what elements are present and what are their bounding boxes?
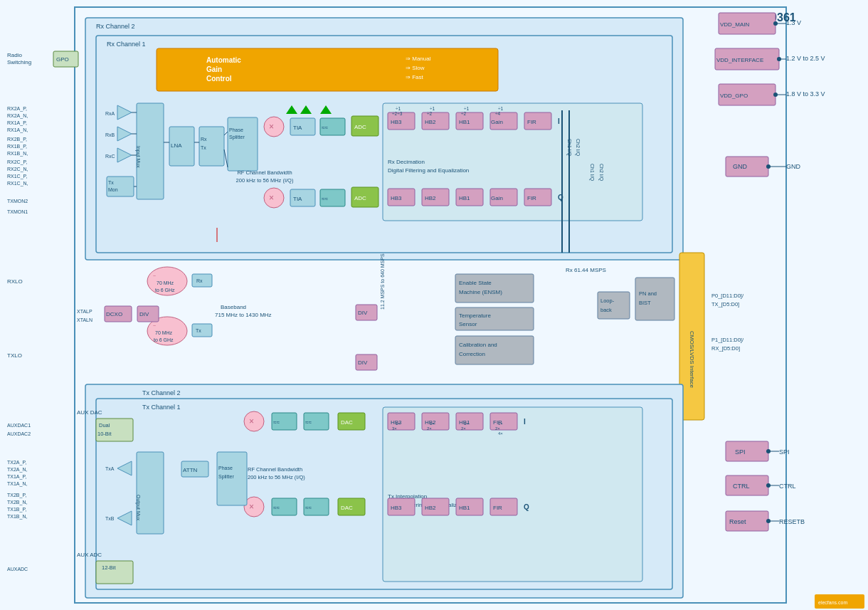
svg-text:Mon: Mon (108, 187, 118, 192)
svg-text:RxB: RxB (105, 132, 115, 137)
svg-text:AUXADC: AUXADC (7, 567, 28, 572)
svg-text:Tx: Tx (201, 145, 206, 150)
svg-text:RXLO: RXLO (7, 278, 23, 285)
svg-text:DAC: DAC (341, 505, 353, 511)
svg-rect-30 (228, 117, 258, 171)
svg-text:÷2: ÷2 (427, 111, 433, 116)
svg-text:DCXO: DCXO (106, 311, 122, 317)
svg-text:Radio: Radio (7, 52, 22, 58)
svg-text:11.2 MSPS to 640 MSPS: 11.2 MSPS to 640 MSPS (380, 253, 385, 310)
svg-text:DAC: DAC (341, 419, 353, 426)
svg-text:÷1: ÷1 (498, 106, 504, 111)
svg-text:ADC: ADC (354, 195, 366, 201)
svg-text:≈≈: ≈≈ (322, 125, 328, 131)
svg-text:Rx Channel 2: Rx Channel 2 (96, 23, 135, 30)
svg-text:HB2: HB2 (425, 119, 436, 125)
svg-point-217 (766, 449, 771, 453)
svg-text:TIA: TIA (293, 125, 302, 131)
svg-text:RX1B_N,: RX1B_N, (7, 151, 28, 157)
svg-text:≈≈: ≈≈ (273, 419, 280, 426)
svg-text:LNA: LNA (171, 142, 182, 149)
svg-text:TX1A_N,: TX1A_N, (7, 481, 27, 487)
svg-text:×: × (249, 502, 254, 512)
svg-text:≈≈: ≈≈ (305, 505, 312, 511)
svg-text:1×: 1× (396, 421, 401, 426)
svg-text:Tx: Tx (196, 328, 201, 333)
svg-text:HB3: HB3 (391, 505, 402, 511)
svg-text:DIV: DIV (358, 310, 368, 316)
svg-text:≈≈: ≈≈ (305, 419, 312, 426)
svg-text:RX1A_N,: RX1A_N, (7, 127, 28, 133)
svg-text:GPO: GPO (56, 56, 69, 63)
svg-text:SPI: SPI (735, 448, 746, 456)
svg-text:÷1: ÷1 (430, 106, 435, 111)
svg-text:ADC: ADC (354, 124, 366, 130)
svg-text:1×: 1× (464, 421, 469, 426)
svg-text:÷4: ÷4 (495, 111, 501, 116)
svg-text:TxB: TxB (105, 516, 115, 521)
svg-text:÷2: ÷2 (461, 111, 467, 116)
svg-text:GND: GND (733, 163, 748, 170)
svg-rect-113 (455, 336, 534, 364)
svg-text:GND: GND (786, 163, 801, 170)
svg-text:4×: 4× (498, 431, 503, 436)
svg-text:HB1: HB1 (459, 505, 470, 511)
svg-text:RX_[D5:D0]: RX_[D5:D0] (711, 345, 740, 352)
svg-text:Tx Channel 2: Tx Channel 2 (142, 389, 181, 396)
svg-rect-23 (137, 103, 164, 199)
svg-text:Gain: Gain (491, 195, 503, 201)
svg-text:Input Mux: Input Mux (135, 146, 141, 168)
svg-text:FIR: FIR (493, 505, 502, 511)
svg-text:HB3: HB3 (391, 195, 402, 201)
svg-rect-208 (726, 157, 768, 177)
svg-text:Splitter: Splitter (218, 474, 234, 480)
svg-text:≈≈: ≈≈ (322, 196, 328, 202)
svg-text:TX_[D5:D0]: TX_[D5:D0] (711, 301, 739, 307)
svg-text:⇒ Slow: ⇒ Slow (406, 65, 425, 71)
svg-point-207 (773, 93, 778, 97)
svg-text:TX2A_P,: TX2A_P, (7, 460, 26, 466)
svg-rect-213 (726, 441, 768, 461)
svg-text:RX1C_P,: RX1C_P, (7, 174, 27, 179)
svg-text:Baseband: Baseband (221, 304, 246, 310)
svg-text:1.2 V to 2.5 V: 1.2 V to 2.5 V (786, 55, 825, 62)
svg-text:SPI: SPI (779, 448, 790, 456)
svg-text:AUXDAC2: AUXDAC2 (7, 431, 31, 436)
svg-text:Correction: Correction (459, 351, 485, 357)
svg-text:Rx: Rx (201, 137, 207, 142)
svg-text:I: I (524, 418, 526, 426)
svg-text:DIV: DIV (139, 311, 149, 317)
svg-text:Reset: Reset (729, 518, 746, 525)
svg-text:Automatic: Automatic (206, 56, 241, 64)
svg-text:TX1B_P,: TX1B_P, (7, 507, 26, 512)
svg-text:ATTN: ATTN (183, 467, 198, 473)
diagram-container: { "title": "AD9361", "chip_label": "AD93… (0, 0, 868, 610)
svg-text:RX2A_P,: RX2A_P, (7, 106, 27, 112)
svg-text:CTRL: CTRL (733, 483, 750, 490)
svg-text:RF Channel Bandwidth: RF Channel Bandwidth (248, 466, 302, 473)
svg-text:2×: 2× (427, 426, 432, 431)
svg-text:200 kHz to 56 MHz (I/Q): 200 kHz to 56 MHz (I/Q) (236, 177, 294, 184)
svg-text:Gain: Gain (206, 65, 222, 73)
svg-text:⇒ Fast: ⇒ Fast (406, 74, 424, 80)
svg-text:Tx: Tx (108, 180, 114, 185)
svg-text:P0_[D11:D0]/: P0_[D11:D0]/ (711, 293, 744, 299)
svg-text:Tx Channel 1: Tx Channel 1 (142, 404, 181, 411)
svg-text:~: ~ (153, 273, 156, 278)
svg-text:BIST: BIST (639, 300, 651, 306)
svg-point-197 (773, 21, 778, 26)
svg-text:2×: 2× (461, 426, 466, 431)
svg-text:Ch2 I/Q: Ch2 I/Q (598, 164, 604, 182)
svg-text:TXLO: TXLO (7, 352, 22, 359)
svg-text:Machine (ENSM): Machine (ENSM) (459, 289, 502, 295)
svg-text:TxA: TxA (105, 466, 115, 471)
svg-text:XTALN: XTALN (77, 317, 92, 322)
svg-text:TXMON1: TXMON1 (7, 209, 28, 214)
svg-text:to 6 GHz: to 6 GHz (154, 337, 174, 342)
svg-text:PN and: PN and (639, 290, 657, 297)
svg-point-212 (766, 164, 771, 169)
svg-text:P1_[D11:D0]/: P1_[D11:D0]/ (711, 337, 744, 343)
svg-text:Q: Q (524, 503, 529, 511)
svg-text:Switching: Switching (7, 59, 31, 65)
svg-text:RxC: RxC (105, 154, 115, 159)
